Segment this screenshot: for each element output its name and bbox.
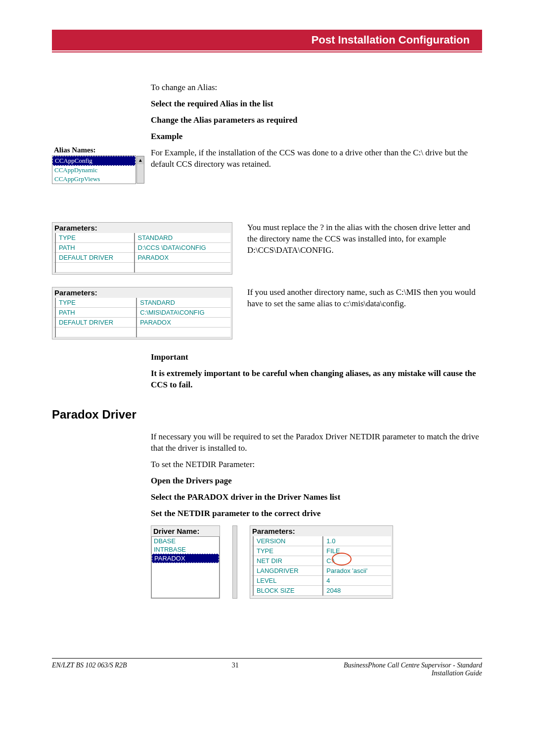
parameters-title-2: Parameters:: [52, 287, 232, 298]
table-row: DEFAULT DRIVERPARADOX: [54, 252, 230, 262]
paradox-intro: If necessary you will be required to set…: [151, 431, 482, 454]
page-footer: EN/LZT BS 102 063/S R2B 31 BusinessPhone…: [52, 658, 482, 677]
footer-left: EN/LZT BS 102 063/S R2B: [52, 662, 127, 677]
annotation-circle-icon: [332, 553, 352, 566]
scroll-track[interactable]: [137, 164, 144, 183]
alias-names-panel: Alias Names: CCAppConfig CCAppDynamic CC…: [52, 145, 136, 184]
table-row: LEVEL4: [252, 576, 391, 586]
table-row: [54, 327, 230, 337]
parameters-table-2: TYPESTANDARD PATHC:\MIS\DATA\CONFIG DEFA…: [54, 298, 230, 337]
footer-right: BusinessPhone Call Centre Supervisor - S…: [344, 662, 482, 677]
important-label: Important: [151, 352, 482, 363]
alias-list[interactable]: CCAppConfig CCAppDynamic CCAppGrpViews ▲: [52, 155, 136, 184]
step-1: Select the required Alias in the list: [151, 98, 482, 110]
parameters-title-1: Parameters:: [52, 223, 232, 233]
scrollbar[interactable]: [232, 525, 237, 599]
parameters-panel-1: Parameters: TYPESTANDARD PATHD:\CCS \DAT…: [52, 222, 232, 275]
driver-name-title: Driver Name:: [151, 526, 220, 536]
paradox-step0: To set the NETDIR Parameter:: [151, 459, 482, 471]
table-row: TYPEFILE: [252, 546, 391, 556]
table-row: BLOCK SIZE2048: [252, 586, 391, 596]
step-2: Change the Alias parameters as required: [151, 115, 482, 126]
driver-item[interactable]: INTRBASE: [152, 545, 219, 554]
footer-page-number: 31: [221, 662, 250, 677]
example-text-span: For Example, if the installation of the …: [151, 148, 468, 169]
alias-item-selected[interactable]: CCAppConfig: [52, 156, 135, 166]
example-label: Example: [151, 131, 482, 142]
header-banner: Post Installation Configuration: [52, 30, 482, 50]
important-text: It is extremely important to be careful …: [151, 368, 482, 391]
table-row: [54, 262, 230, 272]
driver-list[interactable]: DBASE INTRBASE PARADOX: [151, 536, 220, 598]
paradox-step2: Select the PARADOX driver in the Driver …: [151, 492, 482, 503]
table-row: DEFAULT DRIVERPARADOX: [54, 317, 230, 327]
table-row: TYPESTANDARD: [54, 298, 230, 308]
parameters-table-1: TYPESTANDARD PATHD:\CCS \DATA\CONFIG DEF…: [54, 233, 230, 273]
table-row: TYPESTANDARD: [54, 233, 230, 243]
scrollbar[interactable]: ▲: [136, 156, 144, 184]
table-row: VERSION1.0: [252, 536, 391, 546]
param2-side-text: If you used another directory name, such…: [247, 287, 482, 310]
driver-parameters-table: VERSION1.0 TYPEFILE NET DIRC:\ LANGDRIVE…: [252, 536, 391, 596]
driver-item-selected[interactable]: PARADOX: [152, 554, 219, 563]
paradox-step3: Set the NETDIR parameter to the correct …: [151, 508, 482, 520]
driver-parameters-panel: Parameters: VERSION1.0 TYPEFILE NET DIRC…: [250, 525, 393, 599]
paradox-step1: Open the Drivers page: [151, 475, 482, 487]
example-text: For Example, if the installation of the …: [151, 147, 482, 170]
driver-item[interactable]: DBASE: [152, 537, 219, 545]
driver-name-panel: Driver Name: DBASE INTRBASE PARADOX: [151, 525, 220, 599]
paradox-heading: Paradox Driver: [52, 408, 482, 422]
table-row: LANGDRIVERParadox 'ascii': [252, 566, 391, 576]
alias-names-title: Alias Names:: [52, 145, 136, 155]
table-row: PATHD:\CCS \DATA\CONFIG: [54, 242, 230, 252]
param1-side-text: You must replace the ? in the alias with…: [247, 222, 482, 256]
driver-parameters-title: Parameters:: [250, 526, 393, 536]
alias-item[interactable]: CCAppDynamic: [52, 166, 135, 175]
banner-title: Post Installation Configuration: [312, 34, 470, 47]
table-row: NET DIRC:\: [252, 556, 391, 566]
parameters-panel-2: Parameters: TYPESTANDARD PATHC:\MIS\DATA…: [52, 287, 232, 339]
header-underline: [52, 51, 482, 52]
scroll-up-icon[interactable]: ▲: [137, 156, 144, 164]
intro-text: To change an Alias:: [151, 82, 482, 94]
alias-item[interactable]: CCAppGrpViews: [52, 175, 135, 184]
table-row: PATHC:\MIS\DATA\CONFIG: [54, 307, 230, 317]
